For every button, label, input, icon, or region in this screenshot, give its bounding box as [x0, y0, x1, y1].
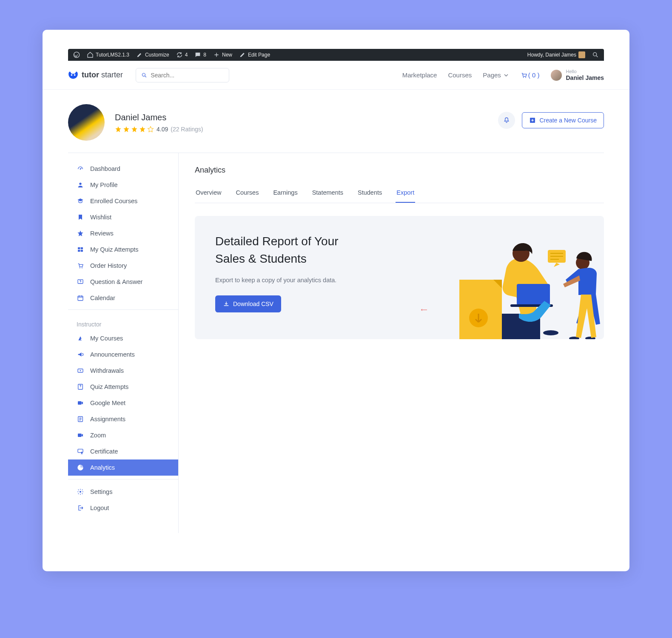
sidebar-item-logout[interactable]: Logout [68, 500, 178, 516]
wordpress-icon [73, 51, 80, 58]
main-columns: DashboardMy ProfileEnrolled CoursesWishl… [43, 153, 629, 571]
brand-secondary: starter [101, 71, 123, 79]
sidebar-item-label: Analytics [90, 464, 115, 471]
wp-howdy[interactable]: Howdy, Daniel James [527, 51, 585, 58]
svg-point-2 [71, 74, 73, 76]
svg-rect-12 [78, 250, 80, 252]
search-box[interactable] [136, 68, 229, 82]
tab-statements[interactable]: Statements [311, 185, 344, 203]
sidebar-item-label: Enrolled Courses [90, 198, 137, 204]
sidebar-item-my-profile[interactable]: My Profile [68, 177, 178, 193]
sidebar-separator [68, 309, 178, 310]
download-csv-label: Download CSV [233, 301, 273, 307]
wp-edit[interactable]: Edit Page [239, 51, 270, 58]
search-icon [592, 51, 599, 58]
wp-admin-bar: TutorLMS2.1.3 Customize 4 8 New Edit Pag… [68, 49, 604, 61]
download-csv-button[interactable]: Download CSV [215, 295, 281, 312]
sidebar-item-question-answer[interactable]: Question & Answer [68, 274, 178, 290]
nav-pages-label: Pages [483, 71, 501, 79]
sidebar-item-wishlist[interactable]: Wishlist [68, 209, 178, 225]
sidebar-item-label: Quiz Attempts [90, 383, 128, 390]
google-meet-icon [77, 400, 84, 406]
sidebar-item-withdrawals[interactable]: Withdrawals [68, 363, 178, 379]
zoom-icon [77, 432, 84, 439]
nav-links: Marketplace Courses Pages ( 0 ) Hello Da… [402, 69, 604, 81]
svg-point-15 [82, 267, 83, 268]
wp-howdy-avatar [578, 51, 585, 58]
sidebar-item-certificate[interactable]: Certificate [68, 443, 178, 459]
wp-search[interactable] [592, 51, 599, 58]
svg-rect-10 [78, 247, 80, 250]
svg-rect-11 [81, 247, 83, 250]
sidebar-item-label: Question & Answer [90, 278, 142, 285]
sidebar-item-calendar[interactable]: Calendar [68, 290, 178, 306]
sidebar-item-announcements[interactable]: Announcements [68, 346, 178, 363]
app-window: TutorLMS2.1.3 Customize 4 8 New Edit Pag… [43, 30, 629, 571]
annotation-arrow [420, 306, 427, 315]
nav-user[interactable]: Hello Daniel James [551, 69, 604, 81]
wp-new[interactable]: New [213, 51, 232, 58]
wp-updates[interactable]: 4 [176, 51, 188, 58]
sidebar-item-reviews[interactable]: Reviews [68, 225, 178, 241]
search-input[interactable] [151, 72, 224, 79]
tab-overview[interactable]: Overview [195, 185, 222, 203]
sidebar-item-quiz-attempts[interactable]: Quiz Attempts [68, 379, 178, 395]
sidebar-item-dashboard[interactable]: Dashboard [68, 161, 178, 177]
sidebar-item-label: Settings [90, 488, 112, 495]
brand-logo[interactable]: tutor starter [68, 71, 123, 79]
tab-students[interactable]: Students [357, 185, 383, 203]
cart-count: ( 0 ) [528, 71, 540, 79]
user-hello: Hello [566, 69, 604, 74]
card-subtitle: Export to keep a copy of your analytics … [215, 277, 339, 284]
nav-courses[interactable]: Courses [448, 71, 472, 79]
wp-new-label: New [222, 52, 232, 58]
sidebar-item-assignments[interactable]: Assignments [68, 411, 178, 427]
wp-comments[interactable]: 8 [194, 51, 206, 58]
svg-rect-17 [78, 296, 83, 301]
sidebar-item-label: Certificate [90, 448, 118, 455]
sidebar-item-my-courses[interactable]: My Courses [68, 330, 178, 346]
nav-cart[interactable]: ( 0 ) [521, 71, 540, 79]
sidebar-item-my-quiz-attempts[interactable]: My Quiz Attempts [68, 241, 178, 258]
wp-logo[interactable] [73, 51, 80, 58]
wp-site-name[interactable]: TutorLMS2.1.3 [87, 51, 129, 58]
tab-earnings[interactable]: Earnings [272, 185, 298, 203]
tab-export[interactable]: Export [396, 185, 415, 203]
svg-point-6 [525, 77, 526, 78]
notifications-button[interactable] [498, 112, 515, 129]
brand-primary: tutor [82, 71, 99, 79]
rating-stars [115, 126, 154, 133]
tab-courses[interactable]: Courses [235, 185, 259, 203]
sidebar-item-order-history[interactable]: Order History [68, 258, 178, 274]
rating-number: 4.09 [157, 126, 168, 133]
enrolled-courses-icon [77, 198, 84, 204]
plus-icon [213, 51, 220, 58]
nav-pages[interactable]: Pages [483, 71, 510, 79]
sidebar-item-settings[interactable]: Settings [68, 484, 178, 500]
sidebar-item-google-meet[interactable]: Google Meet [68, 395, 178, 411]
sidebar-item-enrolled-courses[interactable]: Enrolled Courses [68, 193, 178, 209]
profile-rating: 4.09 (22 Ratings) [115, 126, 203, 133]
home-icon [87, 51, 94, 58]
sidebar-item-label: My Profile [90, 181, 117, 188]
svg-point-1 [593, 53, 597, 56]
my-profile-icon [77, 181, 84, 188]
calendar-icon [77, 295, 84, 301]
sidebar-item-label: My Courses [90, 335, 123, 342]
wishlist-icon [77, 214, 84, 221]
svg-point-34 [543, 330, 558, 335]
cart-icon [521, 72, 527, 79]
owl-icon [68, 71, 78, 79]
svg-point-9 [79, 183, 81, 185]
svg-point-26 [80, 491, 81, 493]
create-course-button[interactable]: Create a New Course [522, 112, 604, 128]
bell-icon [503, 117, 510, 124]
sidebar-item-zoom[interactable]: Zoom [68, 427, 178, 443]
svg-point-25 [81, 452, 83, 454]
sidebar-item-analytics[interactable]: Analytics [68, 459, 178, 476]
nav-marketplace[interactable]: Marketplace [402, 71, 437, 79]
svg-rect-36 [578, 270, 591, 295]
rating-count: (22 Ratings) [171, 126, 203, 133]
sidebar-item-label: Withdrawals [90, 367, 124, 374]
wp-customize[interactable]: Customize [136, 51, 169, 58]
